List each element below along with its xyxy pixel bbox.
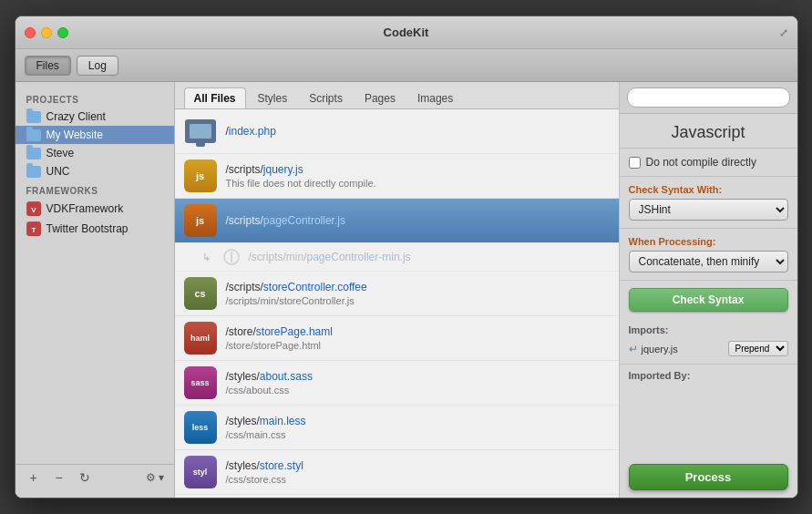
check-syntax-with-label: Check Syntax With: [629, 184, 788, 195]
file-info: /index.php [226, 125, 276, 138]
sidebar-item-steve[interactable]: Steve [15, 144, 174, 162]
tab-pages[interactable]: Pages [355, 87, 406, 108]
file-name: jquery.js [263, 163, 303, 176]
svg-text:V: V [31, 206, 36, 214]
file-sub: /css/main.css [226, 429, 306, 440]
sidebar-item-label: VDKFramework [46, 202, 124, 215]
sass-badge: sass [184, 366, 217, 399]
close-button[interactable] [25, 27, 36, 38]
minimize-button[interactable] [41, 27, 52, 38]
file-name: main.less [260, 415, 306, 427]
folder-icon [26, 111, 41, 123]
file-sub: /scripts/min/storeController.js [226, 295, 367, 306]
search-input[interactable] [627, 87, 790, 108]
file-info: /styles/about.sass /css/about.css [226, 370, 313, 396]
titlebar: CodeKit ⤢ [15, 16, 797, 49]
sidebar: PROJECTS Crazy Client My Website Steve U… [15, 82, 175, 498]
import-filename: jquery.js [642, 344, 678, 355]
sidebar-bottom: + − ↻ ⚙ ▾ [15, 464, 174, 490]
tab-styles[interactable]: Styles [248, 87, 298, 108]
main-window: CodeKit ⤢ Files Log PROJECTS Crazy Clien… [15, 15, 798, 499]
tab-images[interactable]: Images [407, 87, 463, 108]
monitor-badge [184, 115, 217, 148]
framework-icon-bootstrap: T [26, 221, 41, 236]
file-name: store.styl [260, 459, 303, 472]
process-button[interactable]: Process [629, 464, 788, 490]
file-path: /scripts/jquery.js [226, 163, 376, 176]
tab-all-files[interactable]: All Files [184, 87, 246, 108]
check-syntax-with-select[interactable]: JSHint [629, 199, 788, 221]
file-name: about.sass [260, 370, 313, 383]
file-item-jquery-js[interactable]: js /scripts/jquery.js This file does not… [175, 154, 619, 199]
js-badge: js [184, 204, 217, 237]
file-item-pagecontroller-min[interactable]: ↳ /scripts/min/pageController-min.js [175, 243, 619, 272]
refresh-button[interactable]: ↻ [76, 470, 94, 485]
file-path: /index.php [226, 125, 276, 138]
circle-icon [223, 249, 240, 265]
maximize-button[interactable] [57, 27, 68, 38]
file-name: index.php [229, 125, 276, 138]
files-button[interactable]: Files [25, 56, 71, 76]
file-item-pagecontroller-js[interactable]: js /scripts/pageController.js [175, 199, 619, 243]
panel-title: Javascript [620, 114, 797, 149]
sidebar-item-unc[interactable]: UNC [15, 162, 174, 180]
sidebar-item-twitter-bootstrap[interactable]: T Twitter Bootstrap [15, 219, 174, 239]
log-button[interactable]: Log [77, 56, 118, 76]
do-not-compile-row: Do not compile directly [629, 156, 788, 169]
when-processing-section: When Processing: Concatenate, then minif… [620, 229, 797, 281]
import-action-select[interactable]: Prepend [728, 341, 788, 356]
imports-label: Imports: [629, 324, 788, 335]
do-not-compile-checkbox[interactable] [629, 157, 641, 169]
projects-label: PROJECTS [15, 89, 174, 108]
traffic-lights [25, 27, 68, 38]
sidebar-item-vdkframework[interactable]: V VDKFramework [15, 199, 174, 219]
expand-icon[interactable]: ⤢ [779, 26, 788, 39]
file-item-storepage-haml[interactable]: haml /store/storePage.haml /store/storeP… [175, 316, 619, 361]
svg-text:T: T [31, 226, 36, 234]
file-sub: /css/about.css [226, 385, 313, 396]
file-items: /index.php js /scripts/jquery.js This fi… [175, 109, 619, 498]
file-item-index-php[interactable]: /index.php [175, 109, 619, 154]
check-syntax-button[interactable]: Check Syntax [629, 288, 788, 312]
when-processing-select[interactable]: Concatenate, then minify [629, 251, 788, 272]
file-name: storePage.haml [256, 325, 333, 338]
styl-badge: styl [184, 456, 217, 488]
less-badge: less [184, 411, 217, 444]
file-item-store-styl[interactable]: styl /styles/store.styl /css/store.css [175, 450, 619, 495]
compile-section: Do not compile directly [620, 149, 797, 177]
sidebar-item-crazy-client[interactable]: Crazy Client [15, 108, 174, 126]
file-name: pageController.js [263, 214, 345, 227]
import-item-left: ↵ jquery.js [629, 343, 678, 355]
frameworks-label: FRAMEWORKS [15, 180, 174, 199]
sidebar-item-label: Steve [46, 147, 75, 159]
file-info: /store/storePage.haml /store/storePage.h… [226, 325, 333, 351]
file-path: /styles/about.sass [226, 370, 313, 383]
file-info: /styles/main.less /css/main.css [226, 415, 306, 440]
remove-button[interactable]: − [50, 470, 68, 485]
file-list-area: All Files Styles Scripts Pages Images [175, 82, 620, 498]
import-arrow-icon: ↵ [629, 343, 638, 355]
haml-badge: haml [184, 322, 217, 355]
folder-icon [26, 148, 41, 159]
check-syntax-section: Check Syntax With: JSHint [620, 177, 797, 229]
framework-icon-vdk: V [26, 201, 41, 216]
file-path: /styles/main.less [226, 415, 306, 427]
file-info: /styles/store.styl /css/store.css [226, 459, 303, 485]
file-path: /scripts/pageController.js [226, 214, 345, 227]
do-not-compile-label: Do not compile directly [646, 156, 756, 169]
sidebar-item-my-website[interactable]: My Website [15, 126, 174, 144]
folder-icon [26, 166, 41, 178]
imported-by-section: Imported By: [620, 365, 797, 457]
import-item: ↵ jquery.js Prepend [629, 339, 788, 358]
cs-badge: cs [184, 277, 217, 310]
add-button[interactable]: + [25, 470, 43, 485]
sidebar-item-label: Twitter Bootstrap [46, 222, 128, 235]
toolbar: Files Log [15, 49, 797, 82]
file-item-main-less[interactable]: less /styles/main.less /css/main.css [175, 406, 619, 450]
file-info: /scripts/min/pageController-min.js [249, 251, 411, 263]
window-title: CodeKit [384, 26, 429, 39]
file-item-about-sass[interactable]: sass /styles/about.sass /css/about.css [175, 361, 619, 406]
settings-button[interactable]: ⚙ ▾ [146, 471, 164, 484]
tab-scripts[interactable]: Scripts [299, 87, 353, 108]
file-item-storecontroller-coffee[interactable]: cs /scripts/storeController.coffee /scri… [175, 272, 619, 316]
